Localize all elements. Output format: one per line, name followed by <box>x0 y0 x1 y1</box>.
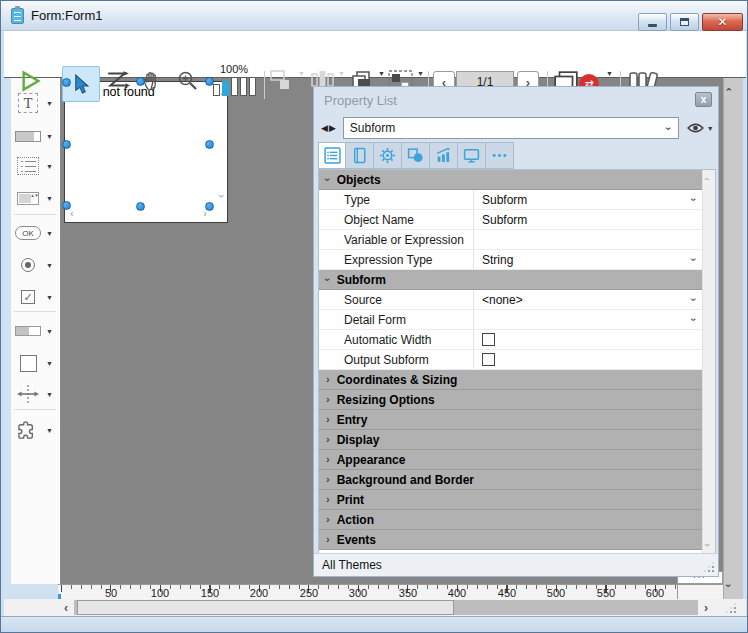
tab-shapes[interactable] <box>402 142 430 169</box>
scroll-down-icon[interactable]: › <box>216 194 228 198</box>
scrollbar-thumb[interactable] <box>77 600 454 615</box>
selection-handle-middle-left[interactable] <box>62 140 71 149</box>
property-row-detail-form[interactable]: Detail Form › <box>319 310 704 330</box>
dropdown-arrow-icon[interactable]: ▼ <box>46 133 53 140</box>
chevron-down-icon[interactable]: › <box>689 198 700 202</box>
dropdown-arrow-icon[interactable]: ▼ <box>46 391 53 398</box>
minimize-button[interactable] <box>638 13 667 31</box>
section-header-entry[interactable]: › Entry <box>319 410 704 430</box>
property-row-output-subform[interactable]: Output Subform <box>319 350 704 370</box>
tool-text[interactable]: T ▼ <box>14 89 58 117</box>
selection-mode-dropdown-arrow[interactable]: ▼ <box>417 70 424 77</box>
property-row-object-name[interactable]: Object Name Subform <box>319 210 704 230</box>
panel-close-button[interactable]: x <box>695 92 712 107</box>
toolbox-accent-strip <box>4 78 11 584</box>
tab-more[interactable] <box>486 142 514 169</box>
scroll-right-button[interactable]: › <box>698 600 714 615</box>
chevron-down-icon[interactable]: › <box>689 318 700 322</box>
tool-button[interactable]: OK ▼ <box>14 219 58 247</box>
tool-checkbox[interactable]: ✓ ▼ <box>14 283 58 311</box>
section-header-subform[interactable]: › Subform <box>319 270 704 290</box>
tool-rectangle[interactable]: ▼ <box>14 349 58 377</box>
tool-radio-button[interactable]: ▼ <box>14 251 58 279</box>
selection-handle-top-left[interactable] <box>62 78 71 87</box>
dropdown-arrow-icon[interactable]: ▼ <box>46 163 53 170</box>
selection-handle-bottom-right[interactable] <box>205 202 214 211</box>
section-header-objects[interactable]: › Objects <box>319 170 704 190</box>
section-header-resizing-options[interactable]: › Resizing Options <box>319 390 704 410</box>
object-nav-arrows[interactable]: ◀▶ <box>321 123 337 133</box>
selection-handle-bottom-center[interactable] <box>136 202 145 211</box>
scroll-down-icon[interactable]: › <box>723 584 734 588</box>
selection-handle-bottom-left[interactable] <box>62 201 71 210</box>
panel-resize-grip[interactable] <box>704 562 714 572</box>
property-grid-scrollbar[interactable]: › › <box>702 170 715 554</box>
property-row-type[interactable]: Type Subform› <box>319 190 704 210</box>
scroll-left-button[interactable]: ‹ <box>58 600 74 615</box>
dropdown-arrow-icon[interactable]: ▼ <box>46 427 53 434</box>
object-selector-combo[interactable]: Subform › <box>343 117 679 139</box>
zoom-tool-button[interactable] <box>177 70 199 92</box>
section-header-appearance[interactable]: › Appearance <box>319 450 704 470</box>
close-button[interactable]: ✕ <box>702 13 743 31</box>
property-row-expression-type[interactable]: Expression Type String› <box>319 250 704 270</box>
tab-report[interactable] <box>346 142 374 169</box>
dropdown-arrow-icon[interactable]: ▼ <box>46 230 53 237</box>
tab-list[interactable] <box>318 142 346 169</box>
checkbox-icon: ✓ <box>21 290 35 304</box>
tool-spacing[interactable]: ▼ <box>14 380 58 408</box>
property-row-automatic-width[interactable]: Automatic Width <box>319 330 704 350</box>
dropdown-arrow-icon[interactable]: ▼ <box>46 360 53 367</box>
dropdown-arrow-icon[interactable]: ▼ <box>46 262 53 269</box>
edit-points-tool-button[interactable] <box>106 70 130 90</box>
nav-forward-icon[interactable]: ▶ <box>329 123 337 133</box>
dropdown-arrow-icon[interactable]: ▼ <box>46 328 53 335</box>
scroll-up-icon[interactable]: › <box>723 88 734 92</box>
titlebar[interactable]: Form:Form1 <box>1 1 748 31</box>
resize-grip[interactable] <box>726 603 736 613</box>
property-row-variable-or-expression[interactable]: Variable or Expression <box>319 230 704 250</box>
section-header-action[interactable]: › Action <box>319 510 704 530</box>
visibility-button[interactable]: ▼ <box>687 122 714 134</box>
section-header-print[interactable]: › Print <box>319 490 704 510</box>
tab-settings[interactable] <box>374 142 402 169</box>
checkbox-unchecked[interactable] <box>482 333 495 346</box>
chevron-down-icon[interactable]: › <box>689 258 700 262</box>
refresh-dropdown-arrow[interactable]: ▼ <box>606 70 613 77</box>
property-row-source[interactable]: Source <none>› <box>319 290 704 310</box>
tool-spin-edit[interactable]: ▼ <box>14 184 58 212</box>
pan-tool-button[interactable] <box>142 70 163 92</box>
canvas-vertical-scrollbar[interactable]: › › <box>723 78 743 599</box>
section-header-coordinates-sizing[interactable]: › Coordinates & Sizing <box>319 370 704 390</box>
dropdown-arrow-icon[interactable]: ▼ <box>46 294 53 301</box>
run-button[interactable] <box>20 70 42 92</box>
tab-display[interactable] <box>458 142 486 169</box>
dropdown-arrow-icon[interactable]: ▼ <box>46 195 53 202</box>
tool-progress-bar[interactable]: ▼ <box>14 317 58 345</box>
tool-input-field[interactable]: ▼ <box>14 122 58 150</box>
chevron-down-icon[interactable]: › <box>689 298 700 302</box>
section-header-events[interactable]: › Events <box>319 530 704 550</box>
maximize-button[interactable] <box>670 13 699 31</box>
scroll-down-icon[interactable]: › <box>702 543 712 546</box>
dropdown-arrow-icon[interactable]: ▼ <box>46 100 53 107</box>
dropdown-arrow-icon[interactable]: ▼ <box>707 125 714 132</box>
checkbox-unchecked[interactable] <box>482 353 495 366</box>
section-header-display[interactable]: › Display <box>319 430 704 450</box>
tool-list-box[interactable]: ▼ <box>14 152 58 180</box>
subform-object[interactable]: Form not found › › ‹ › <box>64 81 228 223</box>
zoom-level-widget[interactable]: 100% <box>208 64 260 104</box>
scroll-left-icon[interactable]: ‹ <box>70 207 74 219</box>
scrollbar-track[interactable] <box>74 600 698 615</box>
arrange-dropdown-arrow[interactable]: ▼ <box>378 70 385 77</box>
tool-custom-control[interactable]: ▼ <box>14 416 58 444</box>
selection-handle-middle-right[interactable] <box>205 140 214 149</box>
canvas-horizontal-scrollbar[interactable]: ‹ › <box>4 599 746 616</box>
selection-handle-top-center[interactable] <box>136 77 145 86</box>
zoom-bars-icon[interactable] <box>213 77 256 96</box>
scroll-up-icon[interactable]: › <box>702 177 712 180</box>
tab-chart[interactable] <box>430 142 458 169</box>
nav-back-icon[interactable]: ◀ <box>321 123 329 133</box>
selection-handle-top-right[interactable] <box>205 77 214 86</box>
section-header-background-border[interactable]: › Background and Border <box>319 470 704 490</box>
